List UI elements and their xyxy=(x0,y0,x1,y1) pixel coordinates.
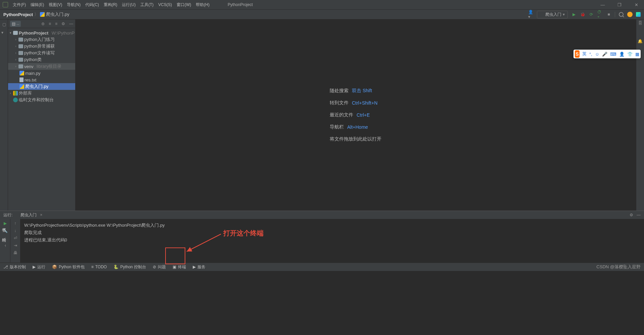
run-icon[interactable]: ▶ xyxy=(571,12,577,17)
scroll-end-icon[interactable]: ⇥ xyxy=(14,243,17,248)
tree-venv[interactable]: ›venv library根目录 xyxy=(8,63,75,70)
left-vertical-tabs: 书签 结构 xyxy=(1,225,7,235)
ime-skin-icon[interactable]: 👕 xyxy=(627,52,633,57)
tree-file[interactable]: res.txt xyxy=(8,76,75,83)
ime-user-icon[interactable]: 👤 xyxy=(619,52,625,57)
tree-scratches[interactable]: ›临时文件和控制台 xyxy=(8,97,75,103)
breadcrumb-file[interactable]: 爬虫入门.py xyxy=(46,11,69,17)
tab-todo[interactable]: ≡TODO xyxy=(91,265,107,269)
codewithme-icon[interactable] xyxy=(636,12,641,17)
breadcrumb-chevron-icon: 〉 xyxy=(34,11,39,17)
folder-icon xyxy=(13,31,18,35)
collapse-all-icon[interactable]: ≡ xyxy=(55,21,57,26)
tab-terminal[interactable]: ▣终端 xyxy=(173,264,186,270)
close-icon[interactable]: ✕ xyxy=(631,2,641,7)
stop-icon[interactable]: ■ xyxy=(606,12,611,17)
tree-folder[interactable]: ›python入门练习 xyxy=(8,36,75,43)
folder-icon xyxy=(18,64,23,68)
tree-file[interactable]: main.py xyxy=(8,70,75,76)
tab-services[interactable]: ▶服务 xyxy=(193,264,205,270)
library-icon xyxy=(13,91,18,96)
menu-edit[interactable]: 编辑(E) xyxy=(31,2,44,8)
tab-packages[interactable]: 📦Python 软件包 xyxy=(52,264,85,270)
tab-run[interactable]: ▶运行 xyxy=(33,264,45,270)
hint-key: 双击 Shift xyxy=(352,88,372,94)
console-icon: 🐍 xyxy=(113,265,119,269)
menu-window[interactable]: 窗口(W) xyxy=(177,2,191,8)
menu-navigate[interactable]: 导航(N) xyxy=(67,2,81,8)
tab-python-console[interactable]: 🐍Python 控制台 xyxy=(113,264,146,270)
close-tab-icon[interactable]: × xyxy=(40,213,42,217)
hint-label: 转到文件 xyxy=(330,100,349,106)
hide-icon[interactable]: — xyxy=(637,213,641,217)
collapse-icon[interactable]: ▾ xyxy=(1,30,7,36)
notifications-icon[interactable]: 🔔 xyxy=(638,39,643,44)
menu-code[interactable]: 代码(C) xyxy=(85,2,99,8)
avatar-icon[interactable] xyxy=(627,12,633,17)
folder-icon xyxy=(18,51,23,55)
ime-lang[interactable]: 英 xyxy=(582,51,587,57)
tree-external-libs[interactable]: ›外部库 xyxy=(8,90,75,97)
stop-icon[interactable]: ↓ xyxy=(4,236,6,240)
ime-voice-icon[interactable]: 🎤 xyxy=(602,52,607,57)
ime-grid-icon[interactable]: ▦ xyxy=(635,52,639,57)
branch-icon: ⎇ xyxy=(3,265,8,269)
tree-root[interactable]: ▾ PythonProject W:\PythonP xyxy=(8,30,75,36)
tree-folder[interactable]: ›python类 xyxy=(8,56,75,63)
coverage-icon[interactable]: ⟳ xyxy=(589,12,594,17)
menu-view[interactable]: 视图(V) xyxy=(49,2,62,8)
menu-help[interactable]: 帮助(H) xyxy=(196,2,210,8)
project-view-selector[interactable]: ▤ ... xyxy=(10,21,21,27)
expand-all-icon[interactable]: ≡ xyxy=(49,21,51,26)
bottom-toolbar: ⎇版本控制 ▶运行 📦Python 软件包 ≡TODO 🐍Python 控制台 … xyxy=(0,263,644,271)
tree-file-selected[interactable]: 爬虫入门.py xyxy=(8,83,75,90)
folder-icon xyxy=(18,44,23,48)
down-icon[interactable]: ↓ xyxy=(14,228,16,233)
python-file-icon xyxy=(14,213,18,217)
menu-run[interactable]: 运行(U) xyxy=(122,2,136,8)
softwrap-icon[interactable]: ⏎ xyxy=(14,236,17,240)
user-icon[interactable]: 👤▾ xyxy=(528,12,534,17)
layout-icon[interactable]: ⫞ xyxy=(4,243,6,248)
scratch-icon xyxy=(13,98,18,102)
profile-icon[interactable]: ⏱▾ xyxy=(597,12,603,17)
tree-folder[interactable]: ›python异常捕获 xyxy=(8,43,75,50)
maximize-icon[interactable]: ❐ xyxy=(614,2,625,7)
run-config-selector[interactable]: 爬虫入门 ▾ xyxy=(537,11,568,18)
chevron-down-icon: ▾ xyxy=(9,31,12,35)
console-line: 爬取完成 xyxy=(24,229,640,236)
editor-hints: 随处搜索双击 Shift 转到文件Ctrl+Shift+N 最近的文件Ctrl+… xyxy=(330,88,381,142)
run-header-label: 运行: xyxy=(3,212,12,218)
ime-keyboard-icon[interactable]: ⌨ xyxy=(610,52,616,57)
debug-icon[interactable]: 🐞 xyxy=(580,12,585,17)
hint-label: 随处搜索 xyxy=(330,88,349,94)
titlebar: 文件(F) 编辑(E) 视图(V) 导航(N) 代码(C) 重构(R) 运行(U… xyxy=(0,0,644,9)
ime-toolbar[interactable]: S 英 °, ☺ 🎤 ⌨ 👤 👕 ▦ xyxy=(573,50,641,58)
minimize-icon[interactable]: — xyxy=(598,2,608,7)
tree-folder[interactable]: ›python文件读写 xyxy=(8,50,75,56)
run-header: 运行: 爬虫入门 × ⚙ — xyxy=(0,211,644,219)
project-toolwindow-icon[interactable]: ▢ xyxy=(1,22,7,27)
run-tab-name[interactable]: 爬虫入门 xyxy=(20,212,37,218)
ime-punct-icon[interactable]: °, xyxy=(589,52,592,57)
tab-problems[interactable]: ⊘问题 xyxy=(153,264,166,270)
gear-icon[interactable]: ⚙ xyxy=(61,21,65,26)
ime-emoji-icon[interactable]: ☺ xyxy=(595,52,599,57)
menu-tools[interactable]: 工具(T) xyxy=(140,2,153,8)
database-icon[interactable]: 🗄 xyxy=(638,21,642,25)
console-output[interactable]: W:\PythonProject\venv\Scripts\python.exe… xyxy=(20,219,644,263)
package-icon: 📦 xyxy=(52,265,57,269)
text-file-icon xyxy=(19,77,24,82)
search-icon[interactable] xyxy=(618,12,624,17)
menu-vcs[interactable]: VCS(S) xyxy=(158,2,172,7)
menu-file[interactable]: 文件(F) xyxy=(13,2,26,8)
menu-refactor[interactable]: 重构(R) xyxy=(104,2,118,8)
hint-key: Alt+Home xyxy=(347,124,368,130)
gear-icon[interactable]: ⚙ xyxy=(630,213,633,217)
select-opened-icon[interactable]: ⊚ xyxy=(41,21,45,26)
tab-version-control[interactable]: ⎇版本控制 xyxy=(3,264,26,270)
hide-icon[interactable]: — xyxy=(69,21,73,26)
breadcrumb-root[interactable]: PythonProject xyxy=(3,12,33,17)
up-icon[interactable]: ↑ xyxy=(14,221,16,226)
print-icon[interactable]: 🖶 xyxy=(13,250,17,255)
